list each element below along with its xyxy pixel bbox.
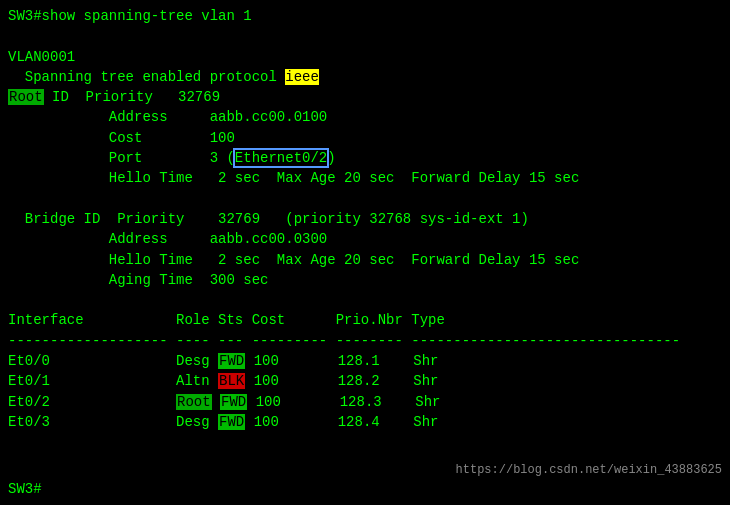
watermark: https://blog.csdn.net/weixin_43883625	[456, 463, 722, 477]
protocol-highlight: ieee	[285, 69, 319, 85]
bridge-id-priority: Bridge ID Priority 32769 (priority 32768…	[8, 209, 722, 229]
root-cost: Cost 100	[8, 128, 722, 148]
empty-line-1	[8, 26, 722, 46]
root-label: Root	[8, 89, 44, 105]
sts-blk-1: BLK	[218, 373, 245, 389]
role-root-2: Root	[176, 394, 212, 410]
sts-fwd-2: FWD	[220, 394, 247, 410]
table-row-et02: Et0/2 Root FWD 100 128.3 Shr	[8, 392, 722, 412]
root-id-priority: Root ID Priority 32769	[8, 87, 722, 107]
vlan-label: VLAN0001	[8, 47, 722, 67]
table-row-et03: Et0/3 Desg FWD 100 128.4 Shr	[8, 412, 722, 432]
bridge-hello: Hello Time 2 sec Max Age 20 sec Forward …	[8, 250, 722, 270]
table-row-et00: Et0/0 Desg FWD 100 128.1 Shr	[8, 351, 722, 371]
sts-fwd-0: FWD	[218, 353, 245, 369]
table-row-et01: Et0/1 Altn BLK 100 128.2 Shr	[8, 371, 722, 391]
table-separator: ------------------- ---- --- --------- -…	[8, 331, 722, 351]
bridge-aging: Aging Time 300 sec	[8, 270, 722, 290]
root-id-text: ID Priority 32769	[44, 89, 220, 105]
sts-fwd-3: FWD	[218, 414, 245, 430]
empty-line-2	[8, 189, 722, 209]
ethernet-port: Ethernet0/2	[235, 150, 327, 166]
command-text: show spanning-tree vlan 1	[42, 8, 252, 24]
root-address: Address aabb.cc00.0100	[8, 107, 722, 127]
prompt-top: SW3#	[8, 8, 42, 24]
empty-line-3	[8, 290, 722, 310]
command-line: SW3#show spanning-tree vlan 1	[8, 6, 722, 26]
spanning-tree-line: Spanning tree enabled protocol ieee	[8, 67, 722, 87]
table-header: Interface Role Sts Cost Prio.Nbr Type	[8, 310, 722, 330]
root-hello: Hello Time 2 sec Max Age 20 sec Forward …	[8, 168, 722, 188]
root-port: Port 3 (Ethernet0/2)	[8, 148, 722, 168]
bottom-prompt-text: SW3#	[8, 481, 42, 497]
prompt-bottom: SW3#	[8, 479, 42, 499]
terminal: SW3#show spanning-tree vlan 1 VLAN0001 S…	[0, 0, 730, 505]
bridge-address: Address aabb.cc00.0300	[8, 229, 722, 249]
